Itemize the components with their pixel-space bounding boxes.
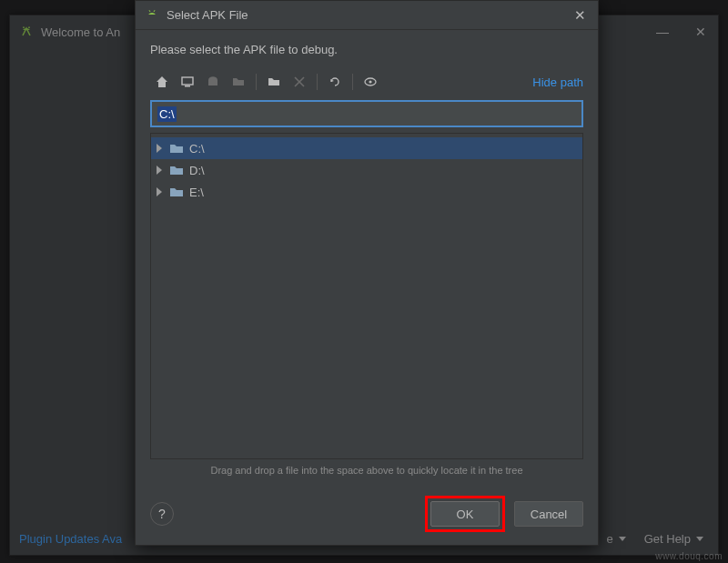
svg-line-2 bbox=[149, 10, 150, 12]
dialog-close-button[interactable]: ✕ bbox=[571, 7, 589, 24]
svg-rect-5 bbox=[185, 85, 190, 87]
tree-row-c[interactable]: C:\ bbox=[151, 137, 582, 159]
plugin-updates-link[interactable]: Plugin Updates Ava bbox=[19, 532, 122, 546]
toolbar-separator bbox=[317, 74, 318, 90]
cancel-button[interactable]: Cancel bbox=[514, 501, 583, 527]
drive-folder-icon bbox=[169, 142, 184, 155]
module-icon bbox=[206, 75, 220, 89]
svg-line-3 bbox=[154, 10, 155, 12]
tree-row-d[interactable]: D:\ bbox=[151, 159, 582, 181]
footer-item-partial-label: e bbox=[606, 532, 612, 546]
show-hidden-icon bbox=[363, 75, 378, 89]
expand-arrow-icon[interactable] bbox=[157, 144, 162, 153]
dialog-body: Please select the APK file to debug. + bbox=[136, 30, 598, 487]
module-button bbox=[201, 71, 225, 93]
drive-folder-icon bbox=[169, 164, 184, 176]
desktop-icon bbox=[180, 75, 195, 89]
ok-button[interactable]: OK bbox=[430, 501, 500, 527]
svg-point-10 bbox=[369, 80, 371, 83]
ok-highlight-annotation: OK bbox=[425, 496, 505, 532]
toolbar-separator bbox=[256, 74, 257, 90]
delete-icon bbox=[293, 75, 306, 88]
file-toolbar: + Hide path bbox=[150, 71, 583, 93]
help-button[interactable]: ? bbox=[150, 502, 174, 526]
footer-item-get-help[interactable]: Get Help bbox=[644, 532, 703, 546]
svg-point-1 bbox=[28, 26, 30, 28]
refresh-button[interactable] bbox=[323, 71, 347, 93]
toolbar-separator bbox=[352, 74, 353, 90]
drive-tree[interactable]: C:\ D:\ E:\ bbox=[150, 133, 583, 459]
drag-hint: Drag and drop a file into the space abov… bbox=[150, 465, 583, 476]
delete-button bbox=[288, 71, 311, 93]
svg-point-0 bbox=[23, 26, 25, 28]
tree-row-label: C:\ bbox=[189, 142, 205, 156]
svg-rect-4 bbox=[182, 77, 193, 85]
expand-arrow-icon[interactable] bbox=[157, 187, 162, 196]
path-input[interactable]: C:\ bbox=[157, 106, 177, 122]
footer-item-partial[interactable]: e bbox=[606, 532, 625, 546]
footer-item-get-help-label: Get Help bbox=[644, 532, 691, 546]
android-studio-icon bbox=[19, 25, 34, 39]
refresh-icon bbox=[328, 75, 342, 89]
home-icon bbox=[155, 75, 169, 89]
chevron-down-icon bbox=[696, 537, 703, 541]
svg-text:+: + bbox=[277, 75, 280, 81]
expand-arrow-icon[interactable] bbox=[157, 166, 162, 175]
welcome-footer-menu: e Get Help bbox=[606, 532, 703, 546]
android-icon bbox=[145, 8, 159, 23]
hide-path-link[interactable]: Hide path bbox=[532, 75, 583, 89]
dialog-title: Select APK File bbox=[167, 8, 571, 22]
desktop-button[interactable] bbox=[176, 71, 199, 93]
select-apk-dialog: Select APK File ✕ Please select the APK … bbox=[135, 0, 599, 546]
project-folder-button bbox=[227, 71, 250, 93]
tree-row-label: E:\ bbox=[189, 186, 204, 199]
tree-row-e[interactable]: E:\ bbox=[151, 181, 582, 203]
close-button[interactable]: ✕ bbox=[693, 25, 709, 39]
dialog-button-bar: ? OK Cancel bbox=[136, 487, 598, 545]
path-input-wrapper[interactable]: C:\ bbox=[150, 100, 583, 127]
home-button[interactable] bbox=[150, 71, 174, 93]
window-controls: — ✕ bbox=[654, 25, 709, 39]
dialog-prompt: Please select the APK file to debug. bbox=[150, 43, 583, 56]
help-icon: ? bbox=[158, 507, 166, 521]
drive-folder-icon bbox=[169, 186, 184, 198]
new-folder-icon: + bbox=[267, 75, 281, 89]
watermark: www.douq.com bbox=[655, 551, 723, 561]
tree-row-label: D:\ bbox=[189, 164, 205, 177]
minimize-button[interactable]: — bbox=[654, 25, 671, 39]
chevron-down-icon bbox=[619, 537, 626, 541]
new-folder-button[interactable]: + bbox=[262, 71, 286, 93]
show-hidden-button[interactable] bbox=[359, 71, 382, 93]
dialog-titlebar: Select APK File ✕ bbox=[136, 1, 598, 30]
project-folder-icon bbox=[231, 75, 246, 89]
